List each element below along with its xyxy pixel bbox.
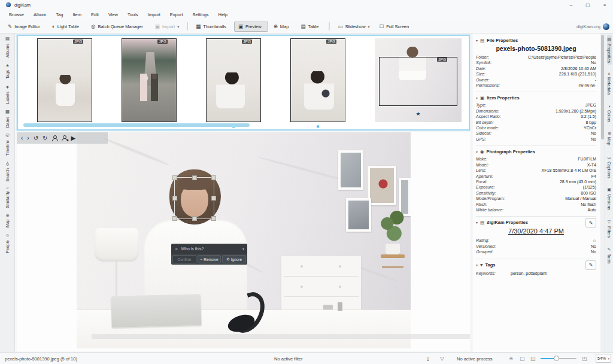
minimize-button[interactable]: –: [563, 0, 579, 10]
menu-item[interactable]: Edit: [87, 11, 103, 19]
left-tab-label: Labels: [5, 92, 10, 104]
add-face-tag-button[interactable]: [61, 135, 66, 141]
face-box-handle[interactable]: [172, 216, 177, 221]
menu-item[interactable]: Tools: [123, 11, 142, 19]
property-row: Exposure: (1/125): [476, 184, 596, 190]
collapse-icon[interactable]: ▾: [476, 96, 478, 100]
rotate-left-button[interactable]: ↺: [34, 135, 38, 141]
right-tab[interactable]: ▣ Versions: [607, 186, 612, 212]
face-box-handle[interactable]: [211, 196, 216, 201]
toolbar-button[interactable]: ⊕ Map: [269, 22, 296, 32]
left-tab[interactable]: Similarity ≈: [5, 187, 10, 208]
fit-window-icon[interactable]: ▢: [520, 353, 525, 364]
thumbnail[interactable]: JPG: [37, 38, 92, 122]
close-button[interactable]: ×: [596, 0, 613, 10]
toolbar-button[interactable]: ◐ Light Table: [48, 22, 86, 32]
digikam-properties-header[interactable]: ▾ ▤ digiKam Properties ✎: [476, 220, 596, 225]
digikam-org-link[interactable]: digiKam.org: [576, 24, 600, 29]
toolbar-button[interactable]: ◎ Batch Queue Manager: [87, 22, 150, 32]
photograph-properties-header[interactable]: ▾ ◉ Photograph Properties: [476, 149, 596, 154]
edit-tags-button[interactable]: ✎: [585, 260, 596, 270]
face-region-box[interactable]: [174, 177, 214, 219]
toolbar-button-icon: ▦: [196, 24, 201, 29]
menu-item[interactable]: Export: [166, 11, 187, 19]
menu-item[interactable]: Settings: [189, 11, 213, 19]
face-box-handle[interactable]: [211, 216, 216, 221]
menu-item[interactable]: Tag: [51, 11, 67, 19]
right-tab[interactable]: ▭ Captions: [607, 153, 612, 180]
zoom-slider[interactable]: [541, 358, 576, 359]
zoom-in-icon[interactable]: ◰: [582, 353, 587, 364]
toolbar-button[interactable]: ▣ Import ▾: [151, 22, 183, 32]
collapse-icon[interactable]: ▾: [476, 263, 478, 267]
zoom-slider-knob[interactable]: [554, 356, 559, 361]
confirm-face-button[interactable]: Confirm: [172, 255, 196, 263]
toolbar-button[interactable]: ▤ Table: [296, 22, 325, 32]
properties-scrollbar[interactable]: [600, 34, 605, 352]
zoom-out-icon[interactable]: ◱: [530, 353, 536, 364]
scrollbar-thumb[interactable]: [601, 35, 604, 139]
menu-item[interactable]: Help: [214, 11, 232, 19]
right-tab[interactable]: ▤ Properties: [607, 35, 612, 65]
filter-funnel-icon[interactable]: ▽: [440, 353, 444, 364]
left-tab[interactable]: Map ⊕: [5, 214, 10, 228]
face-box-handle[interactable]: [172, 196, 177, 201]
face-box-handle[interactable]: [172, 175, 177, 180]
zoom-level-select[interactable]: 54% ▾: [596, 354, 611, 363]
collapse-icon[interactable]: ▾: [476, 150, 478, 154]
toolbar-button[interactable]: [187, 22, 188, 31]
right-tab[interactable]: ⊕ Map: [607, 130, 612, 147]
show-face-tags-button[interactable]: [51, 135, 57, 141]
remove-face-button[interactable]: −Remove: [198, 255, 221, 263]
rotate-right-button[interactable]: ↻: [43, 135, 47, 141]
left-tab[interactable]: Labels ★: [5, 84, 10, 104]
right-tab[interactable]: ◑ Colors: [607, 102, 611, 124]
maximize-button[interactable]: ▢: [579, 0, 596, 10]
thumbnail[interactable]: JPG: [122, 38, 177, 122]
thumbnail-scrollbar[interactable]: [23, 123, 250, 127]
right-tab[interactable]: ▽ Filters: [607, 218, 612, 239]
toolbar-button[interactable]: ▦ Thumbnails: [192, 22, 233, 32]
ignore-face-button[interactable]: ⊘Ignore: [222, 255, 246, 263]
right-tab[interactable]: ✎ Tools: [607, 245, 612, 265]
right-tab[interactable]: ‹› Metadata: [607, 71, 611, 96]
thumbnail[interactable]: JPG ★: [375, 38, 462, 122]
menu-item[interactable]: View: [104, 11, 122, 19]
menu-item[interactable]: Album: [29, 11, 50, 19]
toolbar-button[interactable]: ▭ Slideshow ▾: [333, 22, 374, 32]
left-tab[interactable]: Dates ▦: [5, 110, 10, 128]
edit-properties-button[interactable]: ✎: [585, 218, 596, 228]
face-box-handle[interactable]: [192, 175, 197, 180]
toolbar-button[interactable]: [329, 22, 330, 31]
left-tab[interactable]: People ☺: [5, 233, 10, 253]
toolbar-button[interactable]: ▣ Preview: [234, 22, 268, 32]
collapse-icon[interactable]: ▾: [476, 220, 478, 225]
face-box-handle[interactable]: [211, 175, 216, 180]
slideshow-play-button[interactable]: ▶: [71, 135, 75, 141]
thumbnail[interactable]: JPG ★: [290, 38, 345, 122]
preview-image[interactable]: [77, 132, 411, 348]
item-properties-header[interactable]: ▾ ▣ Item Properties: [476, 95, 596, 101]
toolbar-button[interactable]: ✎ Image Editor: [4, 22, 47, 32]
left-tab[interactable]: Albums ▤: [5, 37, 10, 57]
photo-date[interactable]: 7/30/2020 4:47 PM: [476, 228, 596, 235]
fit-zoom-icon[interactable]: ✳: [509, 353, 514, 364]
tags-header[interactable]: ▾ ♥ Tags ✎: [476, 262, 596, 268]
toolbar-button-label: Image Editor: [14, 24, 40, 29]
trash-icon[interactable]: ▯: [427, 353, 429, 364]
previous-image-button[interactable]: ‹: [21, 135, 23, 141]
menu-item[interactable]: Browse: [5, 11, 28, 19]
next-image-button[interactable]: ›: [27, 135, 29, 141]
thumbnail-photo-frame: [379, 57, 457, 106]
thumbnail[interactable]: JPG ★: [206, 38, 261, 122]
file-properties-header[interactable]: ▾ ▤ File Properties: [476, 38, 596, 43]
collapse-icon[interactable]: ▾: [476, 38, 478, 43]
left-tab[interactable]: Tags ♥: [5, 63, 10, 79]
left-tab[interactable]: Timeline ◷: [5, 133, 10, 156]
face-name-combobox[interactable]: ☻ Who is this? ▾: [171, 244, 247, 254]
face-box-handle[interactable]: [192, 216, 197, 221]
left-tab[interactable]: Search ⚲: [5, 161, 10, 181]
menu-item[interactable]: Import: [144, 11, 165, 19]
menu-item[interactable]: Item: [68, 11, 86, 19]
toolbar-button[interactable]: ☐ Full Screen: [375, 22, 416, 32]
